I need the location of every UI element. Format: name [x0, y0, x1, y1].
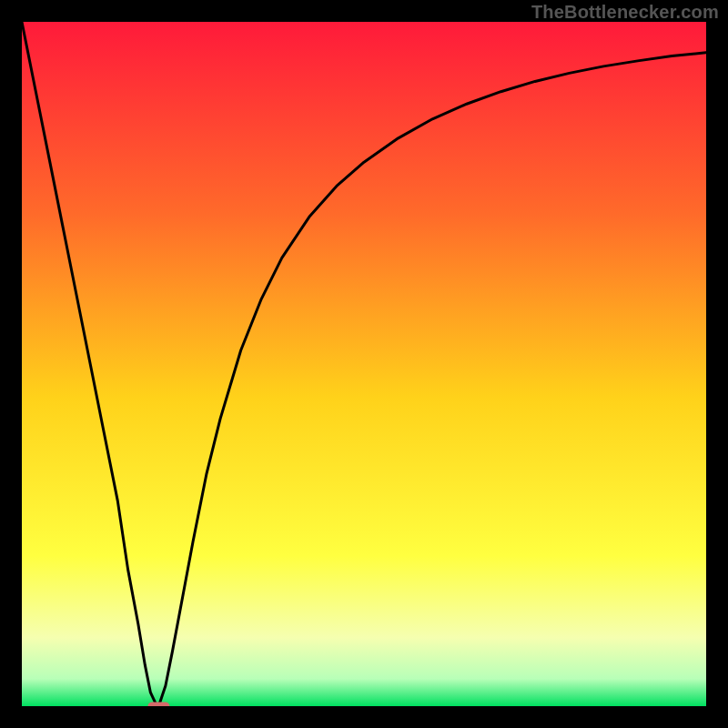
chart-frame: TheBottlenecker.com	[0, 0, 728, 728]
attribution-label: TheBottlenecker.com	[531, 2, 719, 23]
plot-area	[22, 22, 706, 706]
minimum-marker	[147, 702, 169, 706]
chart-svg	[22, 22, 706, 706]
gradient-background	[22, 22, 706, 706]
